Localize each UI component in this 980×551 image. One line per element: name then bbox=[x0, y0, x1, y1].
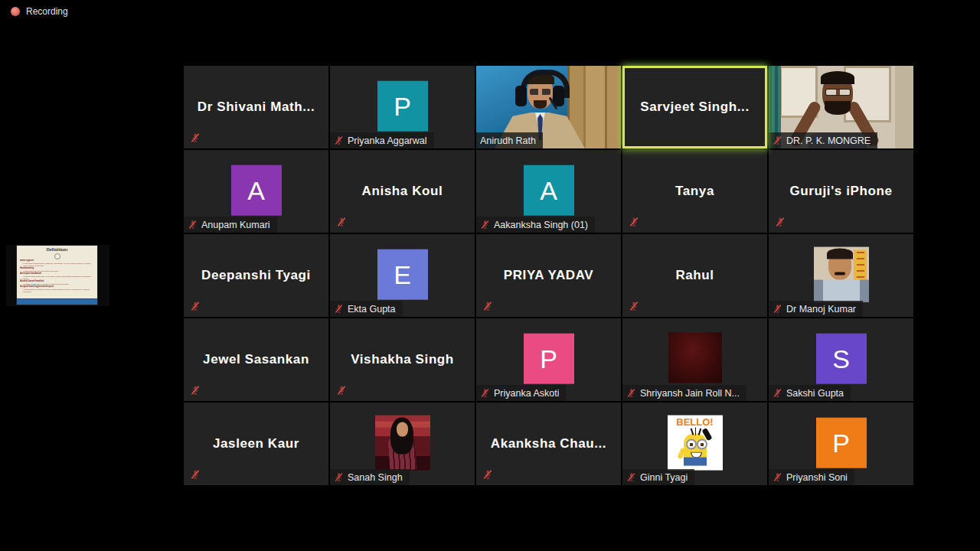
participant-tile-8[interactable]: AAakanksha Singh (01) bbox=[476, 150, 621, 233]
pm-mustache-shape bbox=[835, 272, 845, 276]
muted-mic-icon bbox=[188, 220, 198, 230]
mi-hair2-shape bbox=[695, 428, 697, 435]
muted-mic-icon bbox=[629, 217, 639, 227]
muted-mic-icon bbox=[773, 388, 782, 398]
participant-tile-18[interactable]: PPriyanka Askoti bbox=[476, 318, 621, 401]
participant-tile-10[interactable]: Guruji's iPhone bbox=[769, 150, 913, 233]
muted-mic-icon bbox=[482, 469, 493, 480]
participant-tile-14[interactable]: Rahul bbox=[622, 234, 767, 317]
participant-tile-9[interactable]: Tanya bbox=[622, 150, 767, 233]
name-label: Priyanshi Soni bbox=[769, 469, 854, 485]
name-label: Priyanka Askoti bbox=[476, 385, 566, 401]
slide-footer-bar bbox=[17, 298, 97, 305]
participant-tile-1[interactable]: Dr Shivani Math... bbox=[184, 66, 328, 148]
muted-mic-icon bbox=[626, 472, 636, 482]
participant-name: DR. P. K. MONGRE bbox=[786, 135, 871, 146]
participant-tile-19[interactable]: Shriyansh Jain Roll N... bbox=[622, 318, 767, 401]
participant-tile-2[interactable]: PPriyanka Aggarwal bbox=[330, 66, 475, 148]
participant-grid: Dr Shivani Math...PPriyanka AggarwalAnir… bbox=[184, 66, 913, 485]
participant-name: Tanya bbox=[622, 150, 767, 233]
muted-mic-icon bbox=[190, 385, 201, 396]
name-label: Ekta Gupta bbox=[330, 301, 403, 317]
participant-name: Anirudh Rath bbox=[480, 135, 536, 146]
avatar-letter: A bbox=[247, 175, 265, 205]
avatar: A bbox=[231, 165, 282, 216]
participant-tile-24[interactable]: BELLO!Ginni Tyagi bbox=[622, 403, 767, 485]
participant-name: Akanksha Chau... bbox=[476, 403, 621, 485]
participant-tile-17[interactable]: Vishakha Singh bbox=[330, 318, 475, 401]
slide-title: Definitions bbox=[17, 247, 97, 252]
mg-hair-shape bbox=[821, 71, 854, 84]
participant-name: Anisha Koul bbox=[330, 150, 475, 233]
participant-name: Priyanka Askoti bbox=[494, 388, 559, 399]
avatar: E bbox=[377, 249, 428, 300]
muted-mic-icon bbox=[480, 220, 490, 230]
participant-name: Sakshi Gupta bbox=[786, 388, 844, 399]
participant-tile-15[interactable]: Dr Manoj Kumar bbox=[769, 234, 913, 317]
shared-screen-thumbnail[interactable]: Definitions Hand hygienePerforming handw… bbox=[6, 245, 109, 306]
participant-tile-5[interactable]: DR. P. K. MONGRE bbox=[769, 66, 913, 148]
avatar-letter: S bbox=[832, 344, 850, 373]
participant-tile-25[interactable]: PPriyanshi Soni bbox=[769, 403, 913, 485]
participant-name: Shriyansh Jain Roll N... bbox=[640, 388, 740, 399]
mg-right-shape bbox=[895, 66, 913, 148]
an-beard-shape bbox=[534, 100, 547, 109]
name-label: DR. P. K. MONGRE bbox=[769, 132, 877, 148]
participant-name: Sarvjeet Singh... bbox=[625, 68, 765, 146]
mi-goggleR-shape bbox=[697, 439, 707, 450]
muted-mic-icon bbox=[626, 388, 636, 398]
participant-tile-23[interactable]: Akanksha Chau... bbox=[476, 403, 621, 485]
participant-name: Ekta Gupta bbox=[348, 304, 396, 315]
mi-goggleL-shape bbox=[686, 439, 697, 450]
participant-tile-20[interactable]: SSakshi Gupta bbox=[769, 318, 913, 401]
participant-tile-4[interactable]: Sarvjeet Singh... bbox=[622, 66, 767, 148]
participant-tile-22[interactable]: Sanah Singh bbox=[330, 403, 475, 485]
avatar-letter: P bbox=[832, 428, 850, 458]
pm-sign-shape bbox=[854, 250, 867, 284]
slide-preview: Definitions Hand hygienePerforming handw… bbox=[17, 246, 97, 305]
recording-indicator[interactable]: Recording bbox=[11, 6, 68, 17]
muted-mic-icon bbox=[190, 469, 201, 480]
name-label: Aakanksha Singh (01) bbox=[476, 217, 595, 233]
avatar-letter: P bbox=[394, 91, 411, 121]
participant-tile-11[interactable]: Deepanshi Tyagi bbox=[184, 234, 328, 317]
participant-tile-16[interactable]: Jewel Sasankan bbox=[184, 318, 328, 401]
muted-mic-icon bbox=[629, 301, 639, 311]
avatar: A bbox=[524, 165, 574, 216]
pm-hair-shape bbox=[827, 249, 853, 259]
muted-mic-icon bbox=[480, 388, 490, 398]
participant-name: Priyanshi Soni bbox=[786, 472, 848, 483]
profile-photo bbox=[814, 247, 869, 302]
meeting-gallery-view: Recording Definitions Hand hygienePerfor… bbox=[0, 0, 980, 551]
avatar: P bbox=[377, 81, 428, 132]
avatar: P bbox=[524, 334, 574, 384]
participant-tile-21[interactable]: Jasleen Kaur bbox=[184, 403, 328, 485]
participant-name: PRIYA YADAV bbox=[476, 234, 621, 317]
muted-mic-icon bbox=[334, 135, 344, 145]
mi-overall-shape bbox=[684, 458, 707, 466]
participant-tile-6[interactable]: AAnupam Kumari bbox=[184, 150, 328, 233]
name-label: Ginni Tyagi bbox=[622, 469, 694, 485]
participant-tile-13[interactable]: PRIYA YADAV bbox=[476, 234, 621, 317]
ps-face-shape bbox=[397, 422, 408, 437]
an-cupL-shape bbox=[515, 86, 527, 106]
participant-name: Aakanksha Singh (01) bbox=[494, 220, 588, 230]
profile-photo bbox=[375, 416, 430, 471]
muted-mic-icon bbox=[773, 304, 782, 314]
participant-name: Jewel Sasankan bbox=[184, 318, 328, 401]
recording-icon bbox=[11, 7, 20, 16]
pm-shirt-shape bbox=[814, 280, 869, 302]
mg-beard-shape bbox=[825, 101, 851, 115]
participant-tile-3[interactable]: Anirudh Rath bbox=[476, 66, 621, 148]
muted-mic-icon bbox=[336, 217, 347, 227]
avatar-letter: P bbox=[540, 344, 557, 373]
name-label: Shriyansh Jain Roll N... bbox=[622, 385, 746, 401]
slide-sub-bullet: Handwashing or using an alcohol-based ha… bbox=[20, 289, 95, 294]
participant-name: Rahul bbox=[622, 234, 767, 317]
participant-name: Jasleen Kaur bbox=[184, 403, 328, 485]
participant-name: Sanah Singh bbox=[348, 472, 403, 483]
name-label: Priyanka Aggarwal bbox=[330, 132, 434, 148]
participant-tile-12[interactable]: EEkta Gupta bbox=[330, 234, 475, 317]
participant-tile-7[interactable]: Anisha Koul bbox=[330, 150, 475, 233]
name-label: Anirudh Rath bbox=[476, 132, 543, 148]
